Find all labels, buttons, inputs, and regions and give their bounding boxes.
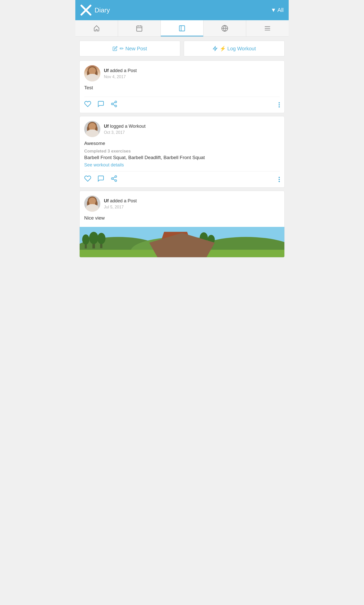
log-workout-icon — [213, 46, 218, 51]
card-1-header: Uf added a Post Nov 4, 2017 — [80, 61, 284, 85]
log-workout-button[interactable]: ⚡ Log Workout — [184, 41, 285, 56]
svg-marker-11 — [213, 47, 217, 51]
svg-point-17 — [90, 72, 92, 73]
card-2-exercises: Barbell Front Squat, Barbell Deadlift, B… — [84, 155, 280, 160]
svg-point-32 — [111, 178, 113, 180]
card-2-user-info: Uf logged a Workout Oct 3, 2017 — [104, 123, 146, 135]
card-1-username: Uf — [104, 68, 109, 73]
svg-rect-61 — [80, 250, 284, 257]
header-title: Diary — [95, 6, 110, 14]
nav-tabs — [75, 20, 289, 37]
svg-point-60 — [208, 235, 215, 244]
card-1-actions — [80, 97, 284, 113]
avatar-image-3 — [84, 196, 100, 212]
svg-point-40 — [87, 207, 97, 212]
avatar-image — [84, 65, 100, 81]
log-workout-label: ⚡ Log Workout — [220, 46, 256, 52]
svg-line-22 — [113, 104, 115, 106]
svg-point-52 — [97, 233, 105, 244]
svg-marker-56 — [162, 232, 190, 240]
card-3-date: Jul 5, 2017 — [104, 205, 137, 209]
card-3-image — [80, 227, 284, 257]
avatar-2 — [84, 121, 100, 137]
action-buttons: ✏ New Post ⚡ Log Workout — [79, 41, 285, 56]
svg-point-25 — [89, 124, 96, 132]
svg-point-38 — [87, 201, 89, 207]
share-button-2[interactable] — [110, 175, 118, 184]
svg-line-34 — [113, 179, 115, 180]
tab-community[interactable] — [203, 20, 246, 36]
card-2-body: Awesome Completed 3 exercises Barbell Fr… — [80, 141, 284, 171]
card-3-text: Nice view — [84, 215, 280, 221]
svg-point-39 — [95, 201, 98, 207]
card-2-text: Awesome — [84, 141, 280, 146]
card-2-action-text: logged a Workout — [110, 124, 146, 129]
like-button-2[interactable] — [84, 175, 91, 184]
svg-point-37 — [89, 199, 96, 207]
svg-point-48 — [82, 234, 89, 245]
share-button-1[interactable] — [110, 100, 118, 109]
svg-line-35 — [113, 177, 115, 178]
svg-point-27 — [95, 126, 98, 132]
card-3-header: Uf added a Post Jul 5, 2017 — [80, 191, 284, 215]
like-button-1[interactable] — [84, 100, 91, 109]
app-header: Diary ▼ All — [75, 0, 289, 20]
more-button-1[interactable] — [279, 102, 280, 107]
header-left: Diary — [80, 5, 110, 16]
svg-point-21 — [115, 105, 117, 107]
header-filter[interactable]: ▼ All — [271, 7, 284, 13]
tab-diary[interactable] — [161, 20, 203, 36]
card-3-action-text: added a Post — [110, 198, 137, 203]
svg-point-30 — [93, 127, 94, 128]
card-2-date: Oct 3, 2017 — [104, 130, 146, 135]
card-2-username: Uf — [104, 124, 109, 129]
new-post-label: ✏ New Post — [120, 46, 147, 52]
svg-point-14 — [87, 70, 89, 76]
avatar-1 — [84, 65, 100, 81]
new-post-button[interactable]: ✏ New Post — [79, 41, 180, 56]
tab-calendar[interactable] — [118, 20, 161, 36]
svg-point-41 — [90, 202, 92, 203]
card-1-date: Nov 4, 2017 — [104, 75, 137, 79]
comment-button-2[interactable] — [97, 175, 104, 184]
avatar-3 — [84, 196, 100, 212]
card-3-user-info: Uf added a Post Jul 5, 2017 — [104, 198, 137, 209]
workout-details-link[interactable]: See workout details — [84, 162, 124, 167]
svg-point-20 — [111, 103, 113, 105]
more-button-2[interactable] — [279, 177, 280, 182]
card-1-body: Test — [80, 85, 284, 97]
tab-home[interactable] — [75, 20, 118, 36]
feed-card-3: Uf added a Post Jul 5, 2017 Nice view — [79, 191, 285, 257]
svg-point-28 — [87, 133, 97, 137]
card-1-action: Uf added a Post — [104, 68, 137, 74]
svg-point-16 — [87, 77, 97, 81]
svg-point-15 — [95, 70, 98, 76]
svg-rect-54 — [167, 242, 173, 249]
svg-point-29 — [90, 127, 92, 128]
svg-point-19 — [115, 101, 117, 103]
tab-menu[interactable] — [246, 20, 289, 36]
comment-button-1[interactable] — [97, 100, 104, 109]
svg-rect-53 — [164, 240, 187, 254]
svg-rect-59 — [210, 241, 212, 248]
feed-card-2: Uf logged a Workout Oct 3, 2017 Awesome … — [79, 116, 285, 188]
svg-point-18 — [93, 72, 94, 73]
svg-line-23 — [113, 102, 115, 104]
svg-rect-55 — [176, 242, 182, 247]
svg-point-42 — [93, 202, 94, 203]
svg-point-13 — [89, 68, 96, 76]
svg-point-33 — [115, 180, 117, 182]
feed-card-1: Uf added a Post Nov 4, 2017 Test — [79, 60, 285, 113]
svg-point-26 — [87, 126, 89, 132]
card-2-action: Uf logged a Workout — [104, 123, 146, 129]
card-1-action-text: added a Post — [110, 68, 137, 73]
card-2-exercises-label: Completed 3 exercises — [84, 149, 280, 154]
filter-label[interactable]: ▼ All — [271, 7, 284, 13]
svg-rect-57 — [202, 240, 205, 248]
svg-rect-2 — [137, 26, 142, 31]
card-1-text: Test — [84, 85, 280, 91]
card-3-action: Uf added a Post — [104, 198, 137, 204]
svg-point-31 — [115, 176, 117, 177]
card-3-username: Uf — [104, 198, 109, 203]
new-post-icon — [112, 46, 118, 51]
